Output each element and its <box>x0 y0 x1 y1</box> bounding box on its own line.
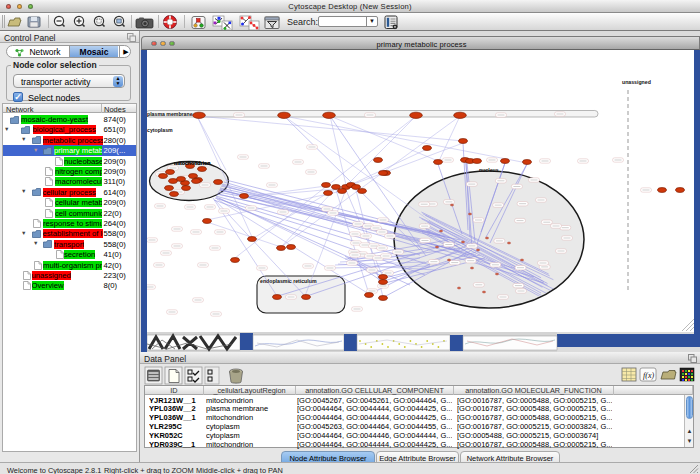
svg-text:cytoplasm: cytoplasm <box>147 127 173 133</box>
svg-text:f(x): f(x) <box>643 371 654 380</box>
svg-text:mitochondrion: mitochondrion <box>174 160 210 166</box>
svg-text:unassigned: unassigned <box>622 79 651 85</box>
svg-text:plasma membrane: plasma membrane <box>147 111 193 117</box>
svg-text:nucleus: nucleus <box>479 167 499 173</box>
